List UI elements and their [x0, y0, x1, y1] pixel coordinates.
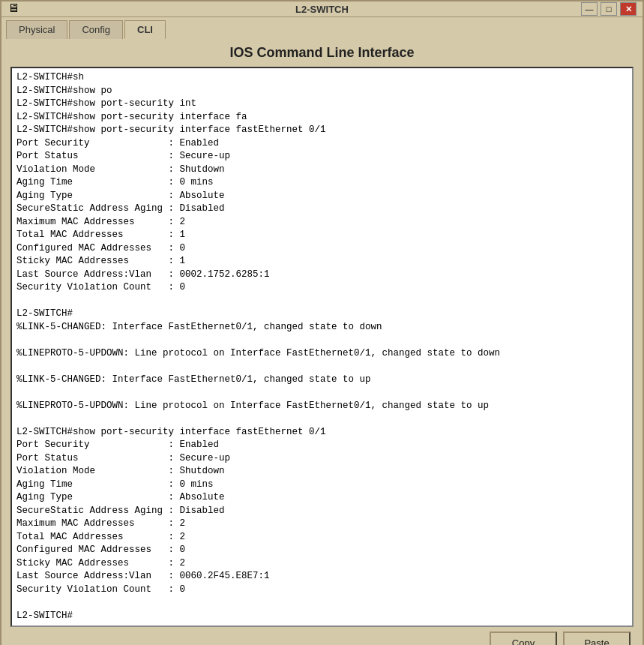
app-icon: 🖥: [7, 2, 22, 16]
minimize-button[interactable]: —: [581, 2, 598, 16]
tab-bar: Physical Config CLI: [1, 17, 643, 39]
main-window: 🖥 L2-SWITCH — □ ✕ Physical Config CLI IO…: [0, 0, 644, 645]
copy-button[interactable]: Copy: [490, 632, 557, 645]
close-button[interactable]: ✕: [620, 2, 637, 16]
main-area: IOS Command Line Interface L2-SWITCH#sh …: [1, 39, 643, 645]
title-bar-controls: — □ ✕: [581, 2, 637, 16]
terminal-output[interactable]: L2-SWITCH#sh L2-SWITCH#show po L2-SWITCH…: [10, 67, 634, 627]
button-bar: Copy Paste: [10, 627, 634, 645]
paste-button[interactable]: Paste: [563, 632, 631, 645]
window-title: L2-SWITCH: [295, 4, 349, 15]
tab-cli[interactable]: CLI: [124, 20, 166, 39]
maximize-button[interactable]: □: [601, 2, 617, 16]
title-bar: 🖥 L2-SWITCH — □ ✕: [1, 2, 643, 17]
tab-config[interactable]: Config: [69, 20, 123, 39]
tab-physical[interactable]: Physical: [6, 20, 67, 39]
title-bar-left: 🖥: [7, 2, 22, 16]
section-title: IOS Command Line Interface: [10, 45, 634, 61]
